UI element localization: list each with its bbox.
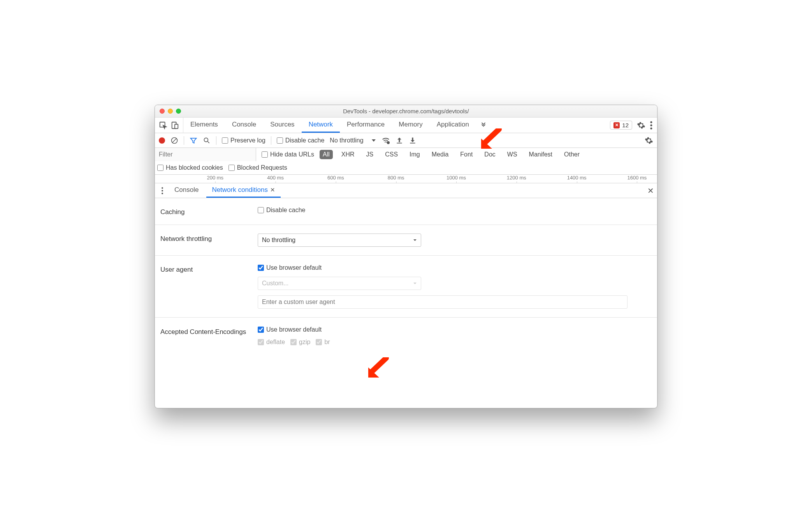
filter-input[interactable] [155, 148, 256, 161]
error-count: 12 [622, 122, 629, 128]
timeline-tick: 1600 ms [627, 175, 647, 181]
throttling-label: Network throttling [160, 234, 258, 247]
close-drawer-tab-icon[interactable]: ✕ [270, 186, 275, 193]
timeline-tick: 1000 ms [446, 175, 466, 181]
type-filter-img[interactable]: Img [406, 150, 423, 159]
window-zoom-button[interactable] [176, 109, 181, 114]
tab-console[interactable]: Console [225, 118, 263, 133]
has-blocked-cookies-checkbox[interactable]: Has blocked cookies [157, 164, 223, 171]
ua-custom-select: Custom... [258, 277, 421, 290]
ua-use-default-checkbox[interactable]: Use browser default [258, 264, 650, 271]
type-filter-other[interactable]: Other [561, 150, 583, 159]
type-filter-css[interactable]: CSS [382, 150, 401, 159]
window-close-button[interactable] [160, 109, 165, 114]
tab-sources[interactable]: Sources [263, 118, 301, 133]
dropdown-caret-icon [413, 238, 417, 242]
hide-data-urls-checkbox[interactable]: Hide data URLs [262, 151, 314, 158]
encodings-label: Accepted Content-Encodings [160, 326, 258, 346]
encodings-use-default-checkbox[interactable]: Use browser default [258, 326, 650, 333]
tab-memory[interactable]: Memory [392, 118, 429, 133]
network-conditions-panel: Caching Disable cache Network throttling… [155, 198, 657, 408]
svg-point-9 [162, 187, 163, 189]
dropdown-caret-icon [413, 281, 417, 285]
clear-icon[interactable] [170, 137, 178, 144]
svg-point-11 [162, 193, 163, 194]
svg-point-4 [650, 124, 652, 126]
titlebar: DevTools - developer.chrome.com/tags/dev… [155, 105, 657, 118]
section-caching: Caching Disable cache [155, 198, 657, 225]
inspect-element-icon[interactable] [159, 121, 167, 130]
window-minimize-button[interactable] [168, 109, 173, 114]
encoding-gzip-checkbox: gzip [290, 339, 310, 346]
network-toolbar: Preserve log Disable cache No throttling [155, 133, 657, 148]
settings-gear-icon[interactable] [637, 121, 645, 130]
ua-custom-input [258, 295, 627, 309]
error-count-badge[interactable]: ✕ 12 [610, 121, 632, 130]
type-filter-media[interactable]: Media [429, 150, 452, 159]
timeline-tick: 400 ms [267, 175, 284, 181]
blocked-requests-checkbox[interactable]: Blocked Requests [228, 164, 287, 171]
svg-point-3 [650, 121, 652, 123]
disable-cache-checkbox[interactable]: Disable cache [277, 137, 325, 144]
panel-settings-gear-icon[interactable] [645, 136, 653, 145]
download-har-icon[interactable] [409, 137, 417, 144]
filter-row: Hide data URLs All XHR JS CSS Img Media … [155, 148, 657, 175]
svg-rect-2 [175, 124, 178, 128]
drawer-tab-console[interactable]: Console [169, 183, 204, 198]
network-conditions-icon[interactable] [381, 136, 390, 145]
section-throttling: Network throttling No throttling [155, 225, 657, 256]
svg-point-5 [650, 127, 652, 129]
tab-performance[interactable]: Performance [340, 118, 392, 133]
search-icon[interactable] [203, 137, 211, 144]
encoding-br-checkbox: br [316, 339, 330, 346]
tab-network[interactable]: Network [302, 118, 340, 133]
encoding-deflate-checkbox: deflate [258, 339, 285, 346]
throttling-dropdown[interactable]: No throttling [330, 137, 376, 144]
section-encodings: Accepted Content-Encodings Use browser d… [155, 318, 657, 354]
dropdown-caret-icon [371, 138, 376, 143]
devtools-window: DevTools - developer.chrome.com/tags/dev… [155, 105, 657, 408]
timeline-tick: 1400 ms [567, 175, 587, 181]
drawer-kebab-icon[interactable] [158, 187, 167, 194]
throttling-select[interactable]: No throttling [258, 234, 421, 247]
kebab-menu-icon[interactable] [650, 121, 652, 130]
caching-label: Caching [160, 207, 258, 216]
timeline-tick: 1200 ms [507, 175, 526, 181]
type-filter-ws[interactable]: WS [504, 150, 520, 159]
timeline-tick: 600 ms [327, 175, 344, 181]
type-filter-doc[interactable]: Doc [481, 150, 498, 159]
type-filter-all[interactable]: All [320, 150, 333, 159]
tab-elements[interactable]: Elements [183, 118, 225, 133]
svg-point-7 [204, 138, 208, 142]
svg-point-8 [387, 141, 389, 144]
type-filter-font[interactable]: Font [457, 150, 476, 159]
type-filter-js[interactable]: JS [363, 150, 377, 159]
device-toolbar-icon[interactable] [170, 121, 179, 130]
drawer-tabs: Console Network conditions ✕ ✕ [155, 183, 657, 198]
svg-point-10 [162, 190, 163, 191]
user-agent-label: User agent [160, 264, 258, 309]
window-title: DevTools - developer.chrome.com/tags/dev… [155, 108, 657, 114]
type-filter-xhr[interactable]: XHR [338, 150, 358, 159]
timeline-tick: 800 ms [388, 175, 404, 181]
error-icon: ✕ [613, 122, 620, 128]
tab-application[interactable]: Application [430, 118, 476, 133]
timeline-tick: 200 ms [207, 175, 223, 181]
drawer-tab-network-conditions[interactable]: Network conditions ✕ [206, 183, 281, 198]
tabs-overflow-button[interactable] [476, 118, 491, 133]
section-user-agent: User agent Use browser default Custom... [155, 256, 657, 318]
traffic-lights [155, 109, 181, 114]
upload-har-icon[interactable] [395, 137, 403, 144]
preserve-log-checkbox[interactable]: Preserve log [222, 137, 265, 144]
main-tabs-row: Elements Console Sources Network Perform… [155, 118, 657, 133]
type-filter-manifest[interactable]: Manifest [526, 150, 555, 159]
drawer-close-button[interactable]: ✕ [647, 186, 654, 195]
timeline-ruler[interactable]: 200 ms 400 ms 600 ms 800 ms 1000 ms 1200… [155, 175, 657, 183]
filter-funnel-icon[interactable] [190, 137, 197, 144]
record-button[interactable] [159, 137, 165, 144]
caching-disable-cache-checkbox[interactable]: Disable cache [258, 207, 650, 214]
